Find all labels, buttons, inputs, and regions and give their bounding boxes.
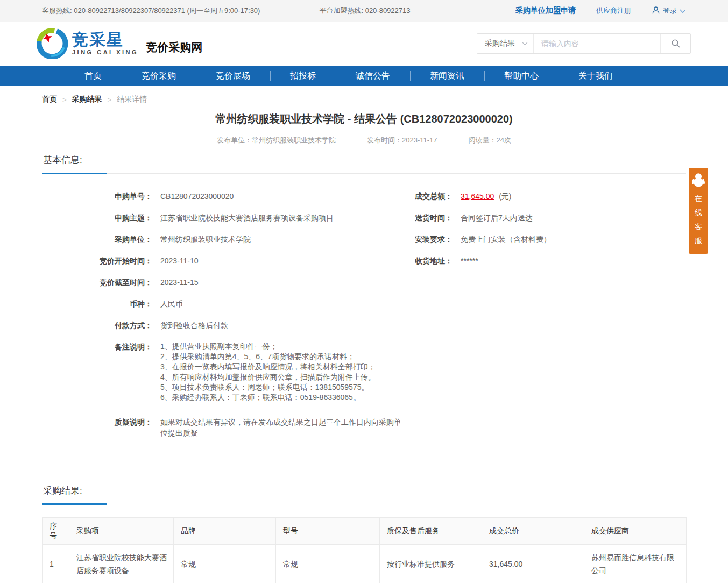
breadcrumb-purchase-results[interactable]: 采购结果 — [72, 95, 102, 104]
chevron-down-icon — [522, 42, 528, 46]
user-icon — [652, 6, 660, 16]
info-value: CB128072023000020 — [160, 191, 234, 202]
amount-unit: (元) — [499, 192, 511, 201]
page-meta: 发布单位：常州纺织服装职业技术学院 发布时间：2023-11-17 阅读量：24… — [42, 135, 686, 145]
breadcrumb-current: 结果详情 — [117, 95, 147, 104]
nav-item-bidding-hall[interactable]: 竞价展场 — [196, 66, 270, 86]
section-basic-info-label: 基本信息: — [43, 155, 82, 165]
info-value: 2023-11-15 — [160, 277, 199, 288]
info-value: 人民币 — [160, 298, 183, 309]
remark-line: 5、项目技术负责联系人：周老师；联系电话：13815059575。 — [160, 382, 376, 393]
info-label: 付款方式： — [42, 320, 152, 331]
section-underline — [42, 503, 107, 505]
info-value: 合同签订后7天内送达 — [461, 212, 533, 223]
meta-read-count: 阅读量：24次 — [469, 135, 511, 145]
online-service-button[interactable]: 在线客服 — [689, 168, 708, 254]
info-row-currency: 币种： 人民币 — [42, 298, 407, 309]
site-logo[interactable]: 竞采星 JING CAI XING — [37, 28, 138, 59]
nav-item-about-us[interactable]: 关于我们 — [559, 66, 633, 86]
page-title: 常州纺织服装职业技术学院 - 结果公告 (CB128072023000020) — [42, 112, 686, 126]
info-label: 收货地址： — [407, 255, 453, 266]
deal-amount-link[interactable]: 31,645.00 — [461, 192, 494, 201]
col-header-brand: 品牌 — [174, 518, 276, 545]
breadcrumb-home[interactable]: 首页 — [42, 95, 57, 104]
info-label: 币种： — [42, 298, 152, 309]
info-row-start-time: 竞价开始时间： 2023-11-10 — [42, 255, 407, 266]
info-row-purchaser: 采购单位： 常州纺织服装职业技术学院 — [42, 234, 407, 245]
login-button[interactable]: 登录 — [652, 6, 686, 16]
nav-item-integrity-notice[interactable]: 诚信公告 — [336, 66, 410, 86]
meta-publish-time: 发布时间：2023-11-17 — [367, 135, 437, 145]
info-label: 送货时间： — [407, 212, 453, 223]
chevron-down-icon — [680, 7, 686, 15]
col-header-supplier: 成交供应商 — [584, 518, 687, 545]
cell-supplier: 苏州易而胜信息科技有限公司 — [584, 545, 687, 583]
info-row-delivery-address: 收货地址： ****** — [407, 255, 686, 266]
breadcrumb-separator: > — [108, 96, 112, 104]
table-row: 1 江苏省职业院校技能大赛酒店服务赛项设备 常规 常规 按行业标准提供服务 31… — [43, 545, 687, 583]
basic-info-grid: 申购单号： CB128072023000020 申购主题： 江苏省职业院校技能大… — [42, 191, 686, 449]
qq-penguin-icon — [691, 180, 705, 189]
info-row-payment: 付款方式： 货到验收合格后付款 — [42, 320, 407, 331]
search-category-select[interactable]: 采购结果 — [477, 34, 533, 53]
breadcrumb-separator: > — [62, 96, 67, 104]
remark-line: 1、提供营业执照副本复印件一份； — [160, 341, 376, 352]
info-label: 安装要求： — [407, 234, 453, 245]
info-label: 采购单位： — [42, 234, 152, 245]
section-basic-info: 基本信息: — [42, 154, 686, 174]
info-value: 2023-11-10 — [160, 255, 199, 266]
col-header-index: 序号 — [43, 518, 69, 545]
site-name: 竞价采购网 — [146, 40, 202, 55]
section-purchase-results: 采购结果: — [42, 484, 686, 504]
info-value: 免费上门安装（含材料费） — [461, 234, 551, 245]
nav-item-bidding-purchase[interactable]: 竞价采购 — [122, 66, 196, 86]
logo-swirl-icon — [37, 28, 68, 59]
logo-name-cn: 竞采星 — [72, 32, 138, 48]
nav-item-help-center[interactable]: 帮助中心 — [484, 66, 559, 86]
cell-index: 1 — [43, 545, 69, 583]
col-header-item: 采购项 — [69, 518, 174, 545]
nav-item-home[interactable]: 首页 — [65, 66, 122, 86]
meta-publisher: 发布单位：常州纺织服装职业技术学院 — [217, 135, 336, 145]
col-header-total-price: 成交总价 — [482, 518, 584, 545]
search-button[interactable] — [660, 34, 690, 53]
logo-name-en: JING CAI XING — [72, 49, 138, 55]
info-label: 申购单号： — [42, 191, 152, 202]
info-row-dispute: 质疑说明： 如果对成交结果有异议，请在发布成交结果之日起三个工作日内向采购单位提… — [42, 417, 407, 438]
online-service-label: 在线客服 — [695, 191, 702, 247]
search-input[interactable] — [533, 34, 660, 53]
site-header: 竞采星 JING CAI XING 竞价采购网 采购结果 — [0, 22, 728, 66]
service-hotline: 客服热线: 020-80922713/80922307/80922371 (周一… — [42, 6, 260, 16]
breadcrumb: 首页 > 采购结果 > 结果详情 — [42, 95, 686, 104]
search-category-value: 采购结果 — [485, 39, 515, 48]
info-row-subject: 申购主题： 江苏省职业院校技能大赛酒店服务赛项设备采购项目 — [42, 212, 407, 223]
section-underline — [42, 173, 107, 174]
cell-total-price: 31,645.00 — [482, 545, 584, 583]
main-nav: 首页 竞价采购 竞价展场 招投标 诚信公告 新闻资讯 帮助中心 关于我们 — [0, 66, 728, 86]
info-row-total-amount: 成交总额： 31,645.00 (元) — [407, 191, 686, 202]
info-value: 货到验收合格后付款 — [160, 320, 228, 331]
nav-item-news[interactable]: 新闻资讯 — [410, 66, 484, 86]
purchaser-join-link[interactable]: 采购单位加盟申请 — [515, 6, 576, 16]
search-bar: 采购结果 — [477, 33, 691, 54]
cell-brand: 常规 — [174, 545, 276, 583]
info-value: ****** — [461, 255, 478, 266]
supplier-register-link[interactable]: 供应商注册 — [596, 6, 631, 16]
cell-item: 江苏省职业院校技能大赛酒店服务赛项设备 — [69, 545, 174, 583]
info-label: 备注说明： — [42, 341, 152, 403]
search-icon — [671, 39, 681, 48]
remark-line: 4、所有响应材料均加盖报价供应商公章，扫描后作为附件上传。 — [160, 372, 376, 382]
topbar: 客服热线: 020-80922713/80922307/80922371 (周一… — [0, 0, 728, 22]
dispute-notice: 如果对成交结果有异议，请在发布成交结果之日起三个工作日内向采购单位提出质疑 — [160, 417, 407, 438]
cell-warranty: 按行业标准提供服务 — [380, 545, 482, 583]
info-value: 常州纺织服装职业技术学院 — [160, 234, 251, 245]
nav-item-tenders[interactable]: 招投标 — [270, 66, 336, 86]
info-label: 质疑说明： — [42, 417, 152, 438]
col-header-model: 型号 — [276, 518, 380, 545]
remark-line: 2、提供采购清单内第4、5、6、7项货物要求的承诺材料； — [160, 352, 376, 362]
info-label: 成交总额： — [407, 191, 453, 202]
col-header-warranty: 质保及售后服务 — [380, 518, 482, 545]
info-row-order-no: 申购单号： CB128072023000020 — [42, 191, 407, 202]
main-content: 首页 > 采购结果 > 结果详情 常州纺织服装职业技术学院 - 结果公告 (CB… — [0, 95, 728, 583]
cell-model: 常规 — [276, 545, 380, 583]
